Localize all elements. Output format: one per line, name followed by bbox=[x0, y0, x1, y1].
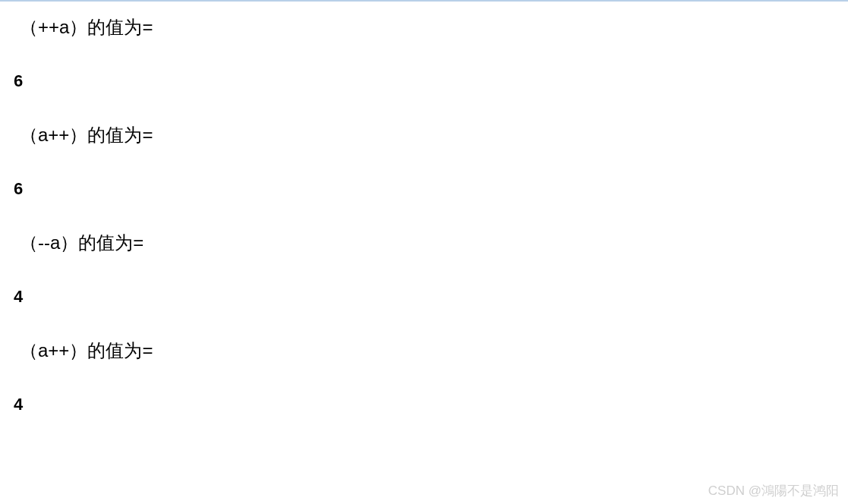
document-content: （++a）的值为= 6 （a++）的值为= 6 （--a）的值为= 4 （a++… bbox=[0, 2, 848, 414]
expr-result-3: 4 bbox=[14, 287, 848, 307]
expr-result-4: 4 bbox=[14, 395, 848, 414]
expr-label-1: （++a）的值为= bbox=[14, 15, 848, 39]
expr-result-1: 6 bbox=[14, 71, 848, 91]
expr-label-4: （a++）的值为= bbox=[14, 339, 848, 363]
expr-result-2: 6 bbox=[14, 179, 848, 199]
expr-label-3: （--a）的值为= bbox=[14, 231, 848, 255]
expr-label-2: （a++）的值为= bbox=[14, 123, 848, 147]
watermark-text: CSDN @鴻陽不是鸿阳 bbox=[708, 482, 839, 499]
